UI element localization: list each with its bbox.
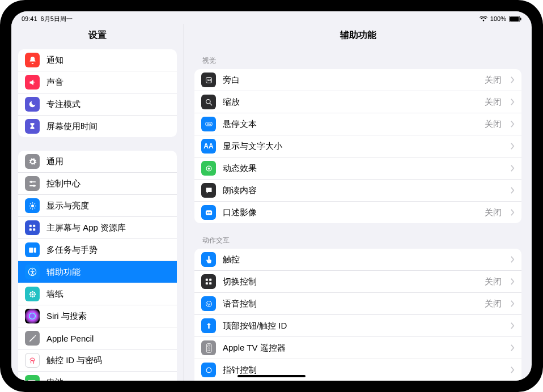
svg-rect-49 [209, 279, 211, 281]
svg-point-39 [206, 99, 210, 104]
sidebar-group-1: 通知 声音 专注模式 屏幕使用时间 [18, 49, 177, 137]
svg-point-59 [209, 350, 210, 351]
sidebar-item-pencil[interactable]: Apple Pencil [18, 327, 177, 350]
sidebar-item-label: 电池 [46, 377, 63, 381]
row-motion[interactable]: 动态效果 [194, 157, 521, 180]
sidebar-scroll[interactable]: 通知 声音 专注模式 屏幕使用时间 [11, 49, 184, 381]
svg-point-32 [33, 295, 35, 297]
row-switch-control[interactable]: 切换控制 关闭 [194, 271, 521, 293]
svg-rect-16 [29, 225, 32, 227]
row-voice-control[interactable]: 语音控制 关闭 [194, 293, 521, 315]
row-label: 顶部按钮/触控 ID [223, 321, 502, 331]
row-display-text-size[interactable]: AA 显示与文字大小 [194, 135, 521, 157]
row-hover-text[interactable]: Aa 悬停文本 关闭 [194, 113, 521, 135]
sidebar-item-sound[interactable]: 声音 [18, 71, 177, 93]
svg-point-5 [30, 181, 32, 183]
chevron-right-icon [511, 209, 515, 216]
chevron-right-icon [511, 256, 515, 263]
chevron-right-icon [511, 165, 515, 172]
svg-rect-2 [520, 18, 521, 20]
sidebar-item-label: 触控 ID 与密码 [46, 355, 102, 366]
section-header-motor: 动作交互 [194, 229, 521, 249]
sidebar-item-touchid[interactable]: 触控 ID 与密码 [18, 350, 177, 372]
row-label: 显示与文字大小 [223, 141, 502, 152]
row-spoken-content[interactable]: 朗读内容 [194, 180, 521, 202]
sidebar-item-siri[interactable]: Siri 与搜索 [18, 305, 177, 327]
battery-box-icon [25, 375, 40, 381]
svg-point-23 [32, 269, 33, 270]
gear-icon [25, 154, 40, 169]
touch-icon [201, 252, 216, 267]
row-touch[interactable]: 触控 [194, 249, 521, 271]
status-left: 09:41 6月5日周一 [22, 15, 73, 23]
textsize-icon: AA [201, 139, 216, 154]
top-button-icon [201, 318, 216, 333]
moon-icon [25, 97, 40, 112]
svg-point-30 [33, 292, 35, 293]
svg-rect-45 [205, 210, 211, 215]
row-label: 朗读内容 [223, 185, 502, 196]
svg-point-25 [32, 291, 33, 292]
hover-text-icon: Aa [201, 117, 216, 131]
svg-point-56 [207, 348, 208, 349]
content-scroll[interactable]: 视觉 旁白 关闭 缩放 关闭 [184, 49, 532, 381]
fingerprint-icon [25, 353, 40, 368]
status-right: 100% [480, 15, 521, 22]
chevron-right-icon [511, 300, 515, 307]
sidebar-item-label: Siri 与搜索 [46, 311, 87, 322]
sidebar-item-screentime[interactable]: 屏幕使用时间 [18, 116, 177, 137]
row-label: 口述影像 [223, 207, 478, 218]
grid-icon [25, 220, 40, 235]
row-appletv-remote[interactable]: Apple TV 遥控器 [194, 337, 521, 359]
sidebar-item-label: Apple Pencil [46, 334, 94, 343]
svg-line-40 [210, 103, 212, 105]
chevron-right-icon [511, 76, 515, 83]
home-indicator[interactable] [237, 375, 306, 377]
row-value: 关闭 [485, 276, 502, 287]
sidebar-item-wallpaper[interactable]: 墙纸 [18, 283, 177, 305]
svg-rect-21 [34, 248, 36, 253]
sidebar-item-general[interactable]: 通用 [18, 151, 177, 173]
row-pointer-control[interactable]: 指针控制 [194, 359, 521, 381]
voiceover-icon [201, 73, 216, 87]
row-label: 指针控制 [223, 365, 502, 376]
speech-bubble-icon [201, 183, 216, 198]
wifi-icon [480, 16, 487, 22]
row-zoom[interactable]: 缩放 关闭 [194, 91, 521, 113]
sidebar-item-label: 辅助功能 [46, 267, 80, 278]
svg-point-24 [31, 293, 33, 295]
chevron-right-icon [511, 99, 515, 105]
battery-icon [509, 16, 521, 22]
svg-point-27 [29, 293, 31, 295]
battery-percent: 100% [490, 15, 506, 22]
sidebar-item-homescreen[interactable]: 主屏幕与 App 资源库 [18, 217, 177, 239]
sidebar-group-2: 通用 控制中心 显示与亮度 主屏幕与 App 资源库 [18, 151, 177, 381]
row-top-button-touchid[interactable]: 顶部按钮/触控 ID [194, 315, 521, 337]
svg-point-55 [207, 344, 210, 347]
section-motor-list: 触控 切换控制 关闭 语音控制 关闭 [194, 249, 521, 381]
svg-point-44 [208, 168, 210, 169]
sidebar-item-control-center[interactable]: 控制中心 [18, 173, 177, 195]
sidebar-item-notifications[interactable]: 通知 [18, 49, 177, 71]
sliders-icon [25, 176, 40, 191]
accessibility-icon [25, 265, 40, 279]
sidebar-item-focus[interactable]: 专注模式 [18, 93, 177, 116]
sidebar-item-label: 屏幕使用时间 [46, 121, 97, 132]
bell-icon [25, 53, 40, 67]
svg-point-33 [25, 309, 40, 323]
sidebar-item-label: 控制中心 [46, 178, 80, 189]
sidebar-item-display[interactable]: 显示与亮度 [18, 195, 177, 217]
chevron-right-icon [511, 143, 515, 150]
sidebar-item-battery[interactable]: 电池 [18, 372, 177, 381]
sidebar-item-multitasking[interactable]: 多任务与手势 [18, 239, 177, 261]
svg-rect-20 [29, 248, 33, 253]
row-voiceover[interactable]: 旁白 关闭 [194, 69, 521, 91]
svg-line-15 [34, 203, 35, 204]
sidebar-item-accessibility[interactable]: 辅助功能 [18, 261, 177, 283]
svg-rect-1 [510, 16, 519, 20]
row-audio-description[interactable]: 口述影像 关闭 [194, 202, 521, 223]
svg-point-29 [30, 292, 32, 293]
sidebar: 设置 通知 声音 专注模式 [11, 24, 184, 381]
svg-line-14 [30, 207, 31, 208]
ipad-frame: 09:41 6月5日周一 100% 设置 [0, 0, 543, 392]
